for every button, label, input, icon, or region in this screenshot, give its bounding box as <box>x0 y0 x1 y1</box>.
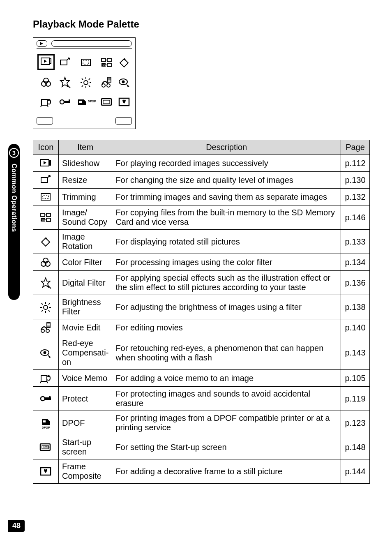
th-description: Description <box>112 140 341 155</box>
palette-cell-rotation <box>117 53 131 71</box>
movie-edit-icon <box>33 319 59 336</box>
palette-footer <box>37 114 132 125</box>
page-ref-cell: p.130 <box>341 172 370 189</box>
description-cell: For processing images using the color fi… <box>112 254 341 271</box>
item-cell: Brightness Filter <box>59 295 112 319</box>
table-row: Digital FilterFor applying special effec… <box>33 271 370 295</box>
page-ref-cell: p.146 <box>341 205 370 230</box>
side-tab: 3 Common Operations <box>8 144 20 300</box>
slideshow-icon <box>33 155 59 172</box>
page-ref-cell: p.134 <box>341 254 370 271</box>
palette-table: Icon Item Description Page SlideshowFor … <box>33 140 370 484</box>
palette-cell-protect <box>58 92 72 111</box>
playback-mode-chip <box>37 40 47 47</box>
th-item: Item <box>59 140 112 155</box>
chapter-label: Common Operations <box>10 164 18 232</box>
page-ref-cell: p.144 <box>341 459 370 484</box>
main-content: Playback Mode Palette DPOF <box>33 18 370 484</box>
description-cell: For playing recorded images successively <box>112 155 341 172</box>
svg-text:OPTIO: OPTIO <box>43 446 50 448</box>
th-icon: Icon <box>33 140 59 155</box>
page-ref-cell: p.138 <box>341 295 370 319</box>
table-row: Image/ Sound CopyFor copying files from … <box>33 205 370 230</box>
item-cell: Color Filter <box>59 254 112 271</box>
palette-illustration: DPOF <box>33 37 136 129</box>
image-sound-copy-icon <box>33 205 59 230</box>
item-cell: Digital Filter <box>59 271 112 295</box>
page-ref-cell: p.119 <box>341 387 370 411</box>
brightness-filter-icon <box>33 295 59 319</box>
item-cell: Red-eye Compensati-on <box>59 336 112 370</box>
item-cell: Image Rotation <box>59 230 112 254</box>
digital-filter-icon <box>33 271 59 295</box>
item-cell: Protect <box>59 387 112 411</box>
dpof-icon: DPOF <box>33 411 59 435</box>
svg-marker-44 <box>40 42 43 45</box>
page-ref-cell: p.105 <box>341 370 370 387</box>
page-ref-cell: p.148 <box>341 435 370 459</box>
page-ref-cell: p.112 <box>341 155 370 172</box>
description-cell: For setting the Start-up screen <box>112 435 341 459</box>
page-number: 48 <box>8 520 25 532</box>
item-cell: Resize <box>59 172 112 189</box>
description-cell: For trimming images and saving them as s… <box>112 189 341 205</box>
item-cell: DPOF <box>59 411 112 435</box>
palette-cell-brightness <box>76 73 96 91</box>
page-ref-cell: p.140 <box>341 319 370 336</box>
page-ref-cell: p.132 <box>341 189 370 205</box>
item-cell: Frame Composite <box>59 459 112 484</box>
palette-cell-dpof: DPOF <box>76 92 96 111</box>
chapter-number-badge: 3 <box>9 148 19 158</box>
item-cell: Movie Edit <box>59 319 112 336</box>
table-row: TrimmingFor trimming images and saving t… <box>33 189 370 205</box>
palette-cell-digitalfilter <box>58 73 72 91</box>
palette-cell-voicememo <box>37 92 55 111</box>
resize-icon <box>33 172 59 189</box>
table-header-row: Icon Item Description Page <box>33 140 370 155</box>
red-eye-icon <box>33 336 59 370</box>
description-cell: For copying files from the built-in memo… <box>112 205 341 230</box>
description-cell: For protecting images and sounds to avoi… <box>112 387 341 411</box>
description-cell: For adding a voice memo to an image <box>112 370 341 387</box>
voice-memo-icon <box>33 370 59 387</box>
description-cell: For changing the size and quality level … <box>112 172 341 189</box>
page-ref-cell: p.136 <box>341 271 370 295</box>
item-cell: Slideshow <box>59 155 112 172</box>
palette-footer-chip-left <box>37 117 53 125</box>
palette-cell-redeye <box>117 73 131 91</box>
chapter-number: 3 <box>12 150 16 156</box>
table-row: ResizeFor changing the size and quality … <box>33 172 370 189</box>
palette-cell-frame <box>117 92 131 111</box>
frame-composite-icon <box>33 459 59 484</box>
startup-screen-icon: OPTIO <box>33 435 59 459</box>
item-cell: Start-up screen <box>59 435 112 459</box>
palette-cell-movieedit <box>99 73 113 91</box>
table-row: Movie EditFor editing moviesp.140 <box>33 319 370 336</box>
description-cell: For applying special effects such as the… <box>112 271 341 295</box>
table-row: SlideshowFor playing recorded images suc… <box>33 155 370 172</box>
description-cell: For adjusting the brightness of images u… <box>112 295 341 319</box>
palette-cell-colorfilter <box>37 73 55 91</box>
description-cell: For retouching red-eyes, a phenomenon th… <box>112 336 341 370</box>
page-ref-cell: p.143 <box>341 336 370 370</box>
trimming-icon <box>33 189 59 205</box>
table-row: DPOFDPOFFor printing images from a DPOF … <box>33 411 370 435</box>
page-title: Playback Mode Palette <box>33 18 370 30</box>
palette-cell-slideshow <box>37 53 55 71</box>
protect-icon <box>33 387 59 411</box>
description-cell: For editing movies <box>112 319 341 336</box>
item-cell: Voice Memo <box>59 370 112 387</box>
description-cell: For printing images from a DPOF compatib… <box>112 411 341 435</box>
description-cell: For displaying rotated still pictures <box>112 230 341 254</box>
palette-cell-copy <box>99 53 113 71</box>
page-ref-cell: p.123 <box>341 411 370 435</box>
palette-icon-grid: DPOF <box>37 53 132 111</box>
table-row: Image RotationFor displaying rotated sti… <box>33 230 370 254</box>
palette-title-pill <box>51 40 132 47</box>
color-filter-icon <box>33 254 59 271</box>
palette-footer-chip-right <box>115 117 132 125</box>
palette-cell-resize <box>58 53 72 71</box>
description-cell: For adding a decorative frame to a still… <box>112 459 341 484</box>
dpof-label: DPOF <box>37 426 55 429</box>
table-row: Brightness FilterFor adjusting the brigh… <box>33 295 370 319</box>
